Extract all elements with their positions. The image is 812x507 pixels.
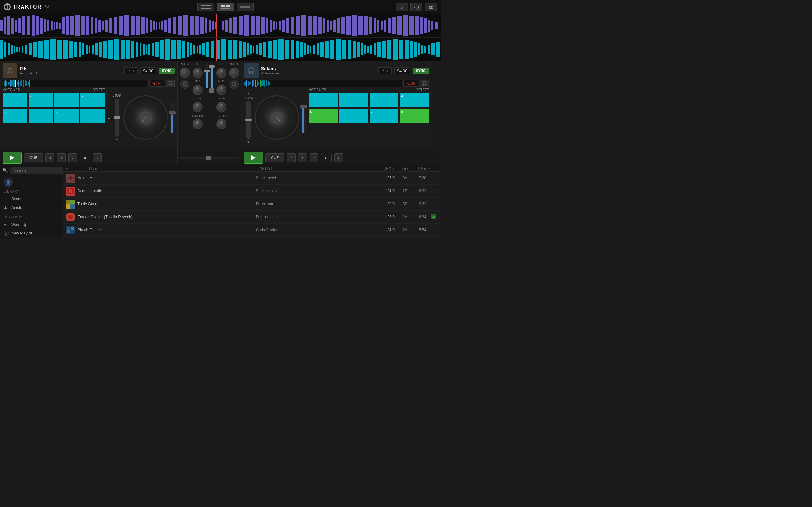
track-5-title: Plastic Dance xyxy=(78,228,256,232)
mixer-hi-right-knob[interactable] xyxy=(216,68,226,78)
deck-left-nav-next[interactable]: › xyxy=(93,153,102,162)
deck-left-cue-button[interactable]: CUE xyxy=(24,153,43,162)
track-row-1[interactable]: No more Spacetravel 127.0 3A 7:20 ≡ xyxy=(63,172,441,185)
deck-left-nav-prev-prev[interactable]: ‹‹ xyxy=(45,153,54,162)
mixer-headphone-right[interactable]: 🎧 xyxy=(230,80,239,89)
crossfader-transport[interactable] xyxy=(180,157,239,159)
svg-rect-200 xyxy=(414,42,417,57)
filter-icon[interactable]: ≡ xyxy=(66,167,68,170)
track-row-2[interactable]: Dognosematic Soulphiction 124.0 2B 6:23 … xyxy=(63,185,441,198)
profile-button[interactable]: 👤 xyxy=(4,178,13,187)
deck-left-hotcue-7[interactable]: 7 xyxy=(54,109,79,123)
sidebar-item-artists[interactable]: ♟ Artists xyxy=(0,203,63,212)
deck-right-turntable[interactable] xyxy=(255,95,299,140)
mixer-filter-right-knob[interactable] xyxy=(216,119,226,129)
mixer-gain-left-knob[interactable] xyxy=(180,68,190,78)
deck-left-nav-prev2[interactable]: ‹ xyxy=(68,153,77,162)
waveform-top[interactable] xyxy=(0,14,441,38)
track-5-action[interactable]: ≡ xyxy=(429,228,438,233)
deck-right-hotcue-2[interactable]: 2 xyxy=(339,93,368,107)
deck-right-headphone[interactable]: 🎧 xyxy=(420,80,429,87)
mixer-low-right-knob[interactable] xyxy=(216,102,226,112)
list-options-icon[interactable]: ≡ xyxy=(429,167,431,170)
deck-left-mini-waveform[interactable] xyxy=(3,80,148,87)
mixer-mid-right-knob[interactable] xyxy=(216,85,226,95)
deck-left-hotcue-3[interactable]: 3 xyxy=(54,93,79,107)
deck-left-hotcue-4[interactable]: 4 xyxy=(80,93,105,107)
grid-button[interactable]: ▦ xyxy=(425,3,437,11)
deck-left-hotcue-1[interactable]: 1 xyxy=(3,93,27,107)
mixer-low-left-knob[interactable] xyxy=(193,102,203,112)
deck-right-sync[interactable]: SYNC xyxy=(413,68,429,73)
deck-right-hotcue-1[interactable]: 1 xyxy=(309,93,338,107)
mixer-headphone-left[interactable]: 🎧 xyxy=(181,80,189,89)
deck-right-hotcue-4[interactable]: 4 xyxy=(400,93,429,107)
svg-rect-144 xyxy=(165,39,170,60)
search-input[interactable] xyxy=(10,167,66,174)
deck-left-pitch-up-arrow[interactable]: ▲ xyxy=(107,116,111,119)
deck-right-pitch-up-arrow[interactable]: ▲ xyxy=(247,92,250,95)
track-4-action[interactable] xyxy=(429,214,438,220)
deck-left-channel-fader[interactable] xyxy=(170,102,175,133)
mixer-right-channel-fader[interactable] xyxy=(210,63,213,88)
sidebar-item-new-playlist[interactable]: + New Playlist xyxy=(0,229,63,238)
deck-left-headphone[interactable]: 🎧 xyxy=(166,80,175,87)
deck-right-nav-next2[interactable]: › xyxy=(334,153,343,162)
deck-left-pitch-track[interactable] xyxy=(115,99,119,136)
svg-rect-251 xyxy=(264,80,265,87)
deck-right-mini-waveform[interactable] xyxy=(244,80,402,87)
music-note-button[interactable]: ♪ xyxy=(396,3,408,11)
deck-left-hotcue-8[interactable]: 8 xyxy=(80,109,105,123)
mixer-filter-left-knob[interactable] xyxy=(193,119,203,129)
deck-right-pitch-down-arrow[interactable]: ▼ xyxy=(247,140,250,144)
deck-right-channel-fader[interactable] xyxy=(301,102,306,133)
mixer-gain-right-knob[interactable] xyxy=(229,68,239,78)
mixer: GAIN 🎧 HI MID LOW FILTER xyxy=(177,61,241,150)
track-row-5[interactable]: Plastic Dance Chris Carrier 124.0 2A 5:5… xyxy=(63,224,441,237)
col-bpm-label[interactable]: BPM ↓ xyxy=(375,167,397,170)
mixer-hi-left-knob[interactable] xyxy=(193,68,203,78)
svg-rect-187 xyxy=(357,42,360,57)
mixer-mid-left-knob[interactable] xyxy=(193,85,203,95)
deck-right-hotcue-7[interactable]: 7 xyxy=(369,109,399,123)
deck-left-hotcue-5[interactable]: 5 xyxy=(3,109,27,123)
deck-left-turntable[interactable] xyxy=(123,95,168,140)
track-1-action[interactable]: ≡ xyxy=(429,176,438,181)
waveform-bottom[interactable] xyxy=(0,38,441,61)
deck-right-nav-prev2[interactable]: ‹ xyxy=(310,153,318,162)
layout-button-2[interactable] xyxy=(217,3,234,11)
deck-right-hotcue-6[interactable]: 6 xyxy=(339,109,368,123)
deck-left-sync[interactable]: SYNC xyxy=(159,68,175,73)
track-row-3[interactable]: Turtle Gone Dimbiman 120.0 8B 9:32 ≡ xyxy=(63,198,441,211)
layout-button-1[interactable] xyxy=(197,3,214,11)
track-5-thumb xyxy=(66,226,75,234)
deck-right-play-button[interactable] xyxy=(244,152,263,164)
sidebar-artists-label: Artists xyxy=(11,205,22,210)
deck-left-pitch-down-arrow[interactable]: ▼ xyxy=(115,138,119,141)
deck-left-play-button[interactable] xyxy=(3,152,21,164)
layout-button-3[interactable] xyxy=(237,3,254,11)
svg-rect-83 xyxy=(337,18,340,33)
track-3-action[interactable]: ≡ xyxy=(429,202,438,207)
deck-right-nav-next[interactable]: › xyxy=(298,153,307,162)
deck-left-hotcue-6[interactable]: 6 xyxy=(29,109,53,123)
track-row-4[interactable]: Eau de Chanté (Tuccilo Rework) Delicious… xyxy=(63,211,441,224)
deck-right-hotcue-8[interactable]: 8 xyxy=(400,109,429,123)
deck-right-nav-prev[interactable]: ‹ xyxy=(287,153,296,162)
sidebar-item-songs[interactable]: ♪ Songs xyxy=(0,194,63,203)
mixer-left-channel-fader[interactable] xyxy=(205,63,208,88)
deck-right-cue-button[interactable]: CUE xyxy=(265,153,284,162)
deck-right-hotcue-5[interactable]: 5 xyxy=(309,109,338,123)
deck-left-nav-prev[interactable]: ‹ xyxy=(57,153,66,162)
deck-left-hotcue-2[interactable]: 2 xyxy=(29,93,53,107)
svg-rect-24 xyxy=(75,15,80,36)
svg-rect-273 xyxy=(70,200,75,204)
deck-right-delete[interactable]: DELETE xyxy=(416,88,429,92)
track-2-action[interactable]: ≡ xyxy=(429,188,438,193)
deck-left-delete[interactable]: DELETE xyxy=(93,88,105,92)
deck-right-hotcue-3[interactable]: 3 xyxy=(369,93,399,107)
deck-right-pitch-track[interactable] xyxy=(246,101,251,139)
volume-button[interactable]: ◁) xyxy=(410,3,422,11)
svg-rect-169 xyxy=(273,40,277,59)
sidebar-item-warmup[interactable]: ≡ Warm Up xyxy=(0,220,63,229)
